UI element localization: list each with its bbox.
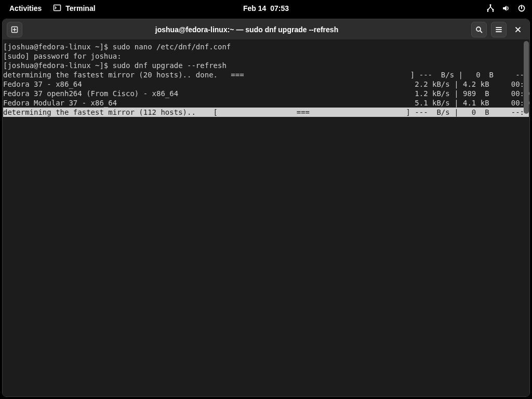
terminal-line: Fedora 37 - x86_64 2.2 kB/s | 4.2 kB 00:…	[3, 79, 529, 89]
terminal-line: [sudo] password for joshua:	[3, 51, 529, 61]
power-icon	[517, 4, 526, 12]
date-label: Feb 14	[243, 4, 266, 12]
terminal-window: joshua@fedora-linux:~ — sudo dnf upgrade…	[2, 19, 530, 397]
gnome-topbar: Activities Terminal Feb 14 07:53	[0, 0, 532, 17]
titlebar[interactable]: joshua@fedora-linux:~ — sudo dnf upgrade…	[3, 19, 529, 40]
system-tray[interactable]	[486, 4, 526, 12]
topbar-left: Activities Terminal	[0, 4, 96, 14]
app-name-label: Terminal	[65, 4, 95, 12]
volume-icon	[502, 4, 510, 12]
terminal-line: [joshua@fedora-linux ~]$ sudo nano /etc/…	[3, 42, 529, 51]
svg-point-5	[487, 9, 489, 10]
activities-button[interactable]: Activities	[9, 4, 42, 12]
terminal-line: [joshua@fedora-linux ~]$ sudo dnf upgrad…	[3, 61, 529, 70]
svg-line-15	[480, 31, 482, 33]
search-button[interactable]	[471, 22, 487, 37]
svg-point-6	[493, 9, 494, 10]
terminal-output[interactable]: [joshua@fedora-linux ~]$ sudo nano /etc/…	[3, 40, 529, 396]
terminal-line: Fedora 37 openh264 (From Cisco) - x86_64…	[3, 89, 529, 98]
terminal-icon	[53, 4, 61, 14]
terminal-line: determining the fastest mirror (20 hosts…	[3, 70, 529, 79]
clock[interactable]: Feb 14 07:53	[243, 4, 289, 12]
window-title: joshua@fedora-linux:~ — sudo dnf upgrade…	[26, 25, 467, 34]
close-button[interactable]	[511, 22, 525, 37]
terminal-line: Fedora Modular 37 - x86_64 5.1 kB/s | 4.…	[3, 98, 529, 108]
scrollbar[interactable]	[524, 41, 529, 114]
menu-button[interactable]	[491, 22, 507, 37]
app-menu[interactable]: Terminal	[53, 4, 95, 14]
svg-rect-0	[54, 5, 61, 10]
new-tab-button[interactable]	[7, 22, 22, 37]
svg-point-4	[490, 4, 491, 6]
terminal-line: determining the fastest mirror (112 host…	[3, 108, 529, 117]
network-icon	[486, 4, 495, 12]
time-label: 07:53	[270, 4, 289, 12]
